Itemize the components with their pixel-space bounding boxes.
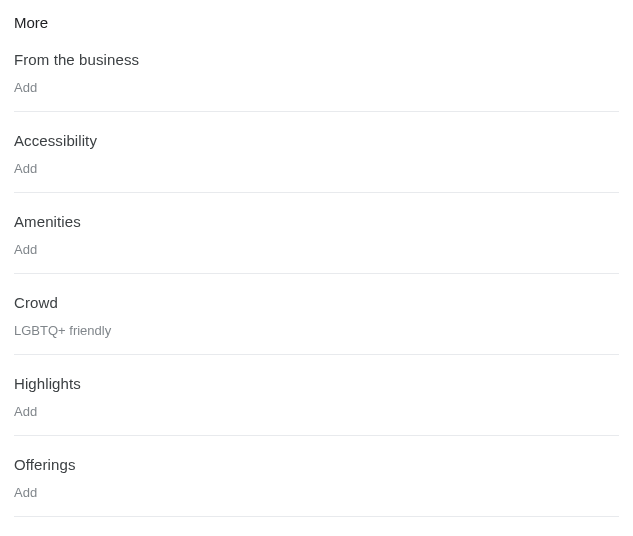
section-accessibility[interactable]: Accessibility Add (14, 132, 619, 193)
section-title: From the business (14, 51, 619, 68)
section-amenities[interactable]: Amenities Add (14, 213, 619, 274)
section-value-add[interactable]: Add (14, 161, 619, 176)
section-title: Offerings (14, 456, 619, 473)
section-title: Amenities (14, 213, 619, 230)
section-offerings[interactable]: Offerings Add (14, 456, 619, 517)
section-crowd[interactable]: Crowd LGBTQ+ friendly (14, 294, 619, 355)
section-value-add[interactable]: Add (14, 242, 619, 257)
page-title: More (14, 14, 619, 31)
section-title: Highlights (14, 375, 619, 392)
section-title: Crowd (14, 294, 619, 311)
section-value-add[interactable]: Add (14, 80, 619, 95)
section-value-text[interactable]: LGBTQ+ friendly (14, 323, 619, 338)
section-highlights[interactable]: Highlights Add (14, 375, 619, 436)
section-value-add[interactable]: Add (14, 404, 619, 419)
section-value-add[interactable]: Add (14, 485, 619, 500)
section-from-the-business[interactable]: From the business Add (14, 51, 619, 112)
section-title: Accessibility (14, 132, 619, 149)
